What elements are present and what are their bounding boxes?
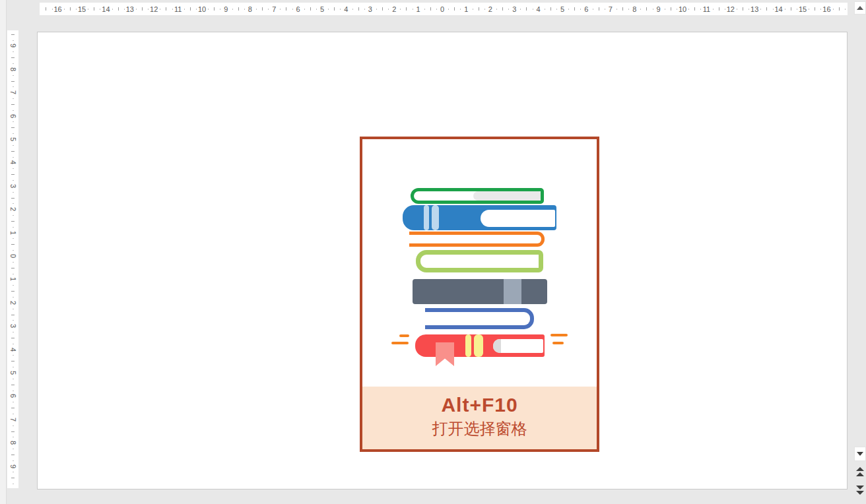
ruler-tick — [13, 332, 14, 332]
ruler-tick — [791, 7, 791, 11]
ruler-tick — [665, 9, 665, 10]
ruler-number: 6 — [9, 114, 17, 118]
ruler-tick — [653, 9, 653, 10]
ruler-tick — [11, 408, 15, 408]
ruler-tick — [773, 9, 774, 10]
scroll-up-icon — [857, 6, 863, 10]
ruler-number: 7 — [9, 418, 17, 422]
ruler-tick — [11, 478, 15, 478]
ruler-number: 9 — [9, 44, 17, 47]
ruler-number: 1 — [464, 5, 468, 13]
book-gray-stripe — [504, 279, 521, 304]
ruler-tick — [244, 9, 245, 10]
book-red-stripe — [465, 334, 471, 357]
ruler-tick — [88, 9, 88, 10]
ruler-number: 8 — [9, 67, 17, 71]
ruler-tick — [52, 9, 53, 10]
ruler-tick — [292, 9, 293, 10]
ruler-number: 9 — [9, 464, 17, 468]
ruler-tick — [256, 9, 257, 10]
ruler-tick — [172, 9, 173, 10]
ruler-number: 7 — [609, 5, 613, 13]
ruler-tick — [677, 9, 677, 10]
ruler-number: 2 — [488, 5, 492, 13]
ruler-tick — [76, 9, 77, 10]
ruler-tick — [815, 7, 815, 11]
ruler-tick — [13, 355, 14, 356]
ruler-tick — [13, 98, 14, 99]
ruler-tick — [13, 262, 14, 263]
ruler-tick — [11, 127, 15, 128]
ruler-number: 8 — [632, 5, 636, 13]
ruler-tick — [160, 9, 160, 10]
slide-canvas[interactable]: Alt+F10 打开选择窗格 — [37, 32, 848, 489]
ruler-tick — [280, 9, 281, 10]
ruler-tick — [13, 75, 14, 76]
ruler-tick — [13, 145, 14, 146]
ruler-tick — [508, 9, 509, 10]
ruler-tick — [11, 315, 15, 315]
speed-dash-icon — [550, 334, 568, 336]
ruler-tick — [13, 309, 14, 309]
book-blue-stripe — [432, 205, 439, 230]
ruler-tick — [142, 7, 143, 11]
ruler-number: 2 — [9, 301, 17, 305]
ruler-number: 3 — [368, 5, 372, 13]
ruler-tick — [454, 7, 455, 11]
ruler-tick — [13, 192, 14, 193]
ruler-tick — [13, 320, 14, 321]
ruler-tick — [124, 9, 125, 10]
ruler-tick — [839, 7, 840, 11]
ruler-tick — [13, 133, 14, 134]
ruler-number: 2 — [392, 5, 396, 13]
ruler-number: 11 — [174, 5, 182, 13]
ruler-tick — [688, 9, 689, 10]
ruler-tick — [737, 9, 737, 10]
ruler-tick — [316, 9, 317, 10]
ruler-tick — [599, 7, 599, 11]
ruler-tick — [479, 7, 479, 11]
ruler-tick — [262, 7, 263, 11]
ruler-tick — [334, 7, 335, 11]
ruler-number: 5 — [320, 5, 324, 13]
ruler-tick — [833, 9, 834, 10]
bookmark-ribbon-icon — [436, 342, 454, 366]
ruler-tick — [484, 9, 485, 10]
ruler-tick — [388, 9, 389, 10]
ruler-tick — [11, 198, 15, 199]
scroll-up-button[interactable] — [854, 1, 866, 15]
ruler-tick — [364, 9, 365, 10]
ruler-number: 14 — [774, 5, 782, 13]
ruler-tick — [646, 7, 647, 11]
ruler-tick — [11, 174, 15, 175]
next-slide-button[interactable] — [855, 485, 865, 495]
ruler-tick — [605, 9, 605, 10]
vertical-ruler[interactable]: 9876543210123456789 — [7, 30, 18, 488]
ruler-number: 16 — [53, 5, 61, 13]
shortcut-card[interactable]: Alt+F10 打开选择窗格 — [360, 137, 599, 452]
ruler-number: 9 — [657, 5, 661, 13]
ruler-tick — [11, 221, 15, 222]
horizontal-ruler[interactable]: 1615141312111098765432101234567891011121… — [40, 3, 848, 15]
shortcut-description: 打开选择窗格 — [362, 418, 597, 439]
ruler-tick — [719, 7, 719, 11]
ruler-tick — [11, 361, 15, 362]
ruler-tick — [13, 402, 14, 402]
ruler-tick — [13, 367, 14, 367]
ruler-tick — [713, 9, 714, 10]
ruler-tick — [13, 40, 14, 41]
scroll-down-button[interactable] — [854, 447, 866, 461]
previous-slide-button[interactable] — [855, 466, 865, 477]
ruler-number: 2 — [9, 207, 17, 211]
ruler-number: 8 — [9, 441, 17, 445]
ruler-number: 0 — [440, 5, 444, 13]
ruler-number: 10 — [198, 5, 206, 13]
ruler-number: 6 — [9, 394, 17, 398]
book-red-label-cap — [493, 339, 501, 353]
book-red-solid — [415, 334, 545, 357]
ruler-number: 0 — [9, 254, 17, 258]
ruler-tick — [11, 268, 15, 268]
ruler-tick — [11, 151, 15, 152]
ruler-number: 4 — [9, 160, 17, 164]
ruler-tick — [502, 7, 503, 11]
